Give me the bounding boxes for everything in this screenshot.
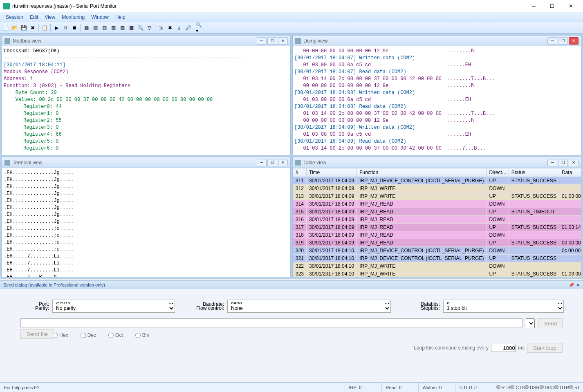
pause-icon[interactable]: ⏸ — [61, 24, 70, 32]
delete-icon[interactable]: ✖ — [166, 24, 174, 32]
terminal-body[interactable]: .EH..............Jg..... .EH............… — [2, 168, 290, 277]
play-icon[interactable]: ▶ — [52, 24, 61, 32]
panel-terminal-header[interactable]: Terminal view ─ ☐ ✕ — [2, 157, 290, 168]
flow-select[interactable]: None — [227, 304, 391, 313]
send-dialog-title[interactable]: Send dialog (available in Professional v… — [0, 281, 583, 289]
panel-close-button[interactable]: ✕ — [569, 37, 579, 45]
table-row[interactable]: 31130/01/2017 18:04:09IRP_MJ_DEVICE_CONT… — [293, 177, 581, 185]
grid1-icon[interactable]: ▦ — [82, 24, 90, 32]
loop-interval-input[interactable] — [491, 344, 516, 352]
start-loop-button[interactable]: Start loop — [527, 343, 563, 353]
new-icon[interactable]: 📄 — [2, 24, 10, 32]
panel-close-button[interactable]: ✕ — [278, 37, 288, 45]
grid6-icon[interactable]: ▩ — [127, 24, 135, 32]
col-status[interactable]: Status — [509, 168, 559, 177]
send-file-button[interactable]: Send file — [20, 329, 54, 339]
find-icon[interactable]: 🔎 — [184, 24, 192, 32]
window-maximize-button[interactable]: ☐ — [543, 0, 561, 12]
workspace: Modbus view ─ ☐ ✕ Checksum: 50637(OK) --… — [0, 34, 583, 279]
window-minimize-button[interactable]: ─ — [525, 0, 543, 12]
panel-terminal: Terminal view ─ ☐ ✕ .EH..............Jg.… — [2, 157, 291, 277]
table-row[interactable]: 31230/01/2017 18:04:09IRP_MJ_WRITEDOWN — [293, 185, 581, 193]
window-close-button[interactable]: ✕ — [561, 0, 580, 12]
table-row[interactable]: 31630/01/2017 18:04:09IRP_MJ_READDOWN — [293, 216, 581, 224]
table-row[interactable]: 31530/01/2017 18:04:09IRP_MJ_READUPSTATU… — [293, 208, 581, 216]
panel-dump-header[interactable]: Dump view ─ ☐ ✕ — [293, 36, 581, 46]
table-body[interactable]: #TimeFunctionDirect...StatusData31130/01… — [293, 168, 581, 277]
table-row[interactable]: 32230/01/2017 18:04:10IRP_MJ_WRITEDOWN — [293, 262, 581, 270]
modbus-body[interactable]: Checksum: 50637(OK) --------------------… — [2, 46, 290, 155]
send-button[interactable]: Send — [538, 318, 563, 328]
panel-minimize-button[interactable]: ─ — [547, 159, 557, 166]
window-title: rtu with responses (master) - Serial Por… — [12, 3, 525, 9]
panel-modbus: Modbus view ─ ☐ ✕ Checksum: 50637(OK) --… — [2, 35, 291, 155]
menu-edit[interactable]: Edit — [27, 13, 42, 21]
panel-table-header[interactable]: Table view ─ ☐ ✕ — [293, 157, 581, 168]
export-icon[interactable]: ⤓ — [175, 24, 183, 32]
pin-icon[interactable]: 📌 — [569, 282, 574, 288]
zoom-dd-icon[interactable]: 🔍▾ — [196, 24, 204, 32]
autoscroll-icon[interactable]: ⇲ — [157, 24, 165, 32]
table-row[interactable]: 31730/01/2017 18:04:09IRP_MJ_READUPSTATU… — [293, 224, 581, 231]
fmt-bin[interactable]: Bin — [135, 332, 149, 338]
copy-icon[interactable]: 📋 — [40, 24, 49, 32]
table-row[interactable]: 32030/01/2017 18:04:10IRP_MJ_DEVICE_CONT… — [293, 247, 581, 255]
zoom-icon[interactable]: 🔍 — [136, 24, 144, 32]
save-icon[interactable]: 💾 — [20, 24, 28, 32]
table-row[interactable]: 32330/01/2017 18:04:10IRP_MJ_WRITEUPSTAT… — [293, 270, 581, 277]
panel-close-button[interactable]: ✕ — [278, 159, 288, 166]
panel-table-title: Table view — [303, 160, 547, 166]
panel-minimize-button[interactable]: ─ — [547, 37, 557, 45]
statusbar: For help press F1 IRP: 0 Read: 0 Written… — [0, 382, 583, 392]
fmt-hex[interactable]: Hex — [52, 332, 68, 338]
table-row[interactable]: 31830/01/2017 18:04:09IRP_MJ_READDOWN — [293, 231, 581, 239]
col-[interactable]: # — [293, 168, 307, 177]
fmt-dec[interactable]: Dec — [81, 332, 96, 338]
menu-help[interactable]: Help — [112, 13, 129, 21]
stop-icon[interactable]: ⏹ — [70, 24, 78, 32]
send-input[interactable] — [20, 318, 522, 327]
grid2-icon[interactable]: ▤ — [91, 24, 99, 32]
panel-minimize-button[interactable]: ─ — [257, 37, 267, 45]
status-irp: IRP: 0 — [345, 383, 382, 392]
fmt-oct[interactable]: Oct — [108, 332, 123, 338]
col-function[interactable]: Function — [357, 168, 487, 177]
close-icon[interactable]: ✖ — [29, 24, 37, 32]
panel-maximize-button[interactable]: ☐ — [558, 159, 568, 166]
grid4-icon[interactable]: ▧ — [109, 24, 117, 32]
open-icon[interactable]: 📂 — [11, 24, 19, 32]
table-row[interactable]: 31930/01/2017 18:04:09IRP_MJ_READUPSTATU… — [293, 239, 581, 247]
table-row[interactable]: 31330/01/2017 18:04:09IRP_MJ_WRITEUPSTAT… — [293, 193, 581, 200]
stop-select[interactable]: 1 stop bit — [443, 304, 564, 313]
parity-select[interactable]: No parity — [52, 304, 175, 313]
flow-label: Flow control: — [195, 305, 224, 311]
table-row[interactable]: 31430/01/2017 18:04:09IRP_MJ_READDOWN — [293, 200, 581, 208]
status-written: Written: 0 — [419, 383, 455, 392]
menu-session[interactable]: Session — [2, 13, 27, 21]
led-dsr: DSR — [525, 385, 539, 390]
send-history-dd[interactable] — [526, 318, 535, 328]
led-ri: RI — [569, 385, 579, 390]
panel-close-button[interactable]: ✕ — [569, 159, 579, 166]
panel-maximize-button[interactable]: ☐ — [267, 37, 277, 45]
status-uuuu: U-U-U-U — [455, 383, 492, 392]
panel-maximize-button[interactable]: ☐ — [558, 37, 568, 45]
grid3-icon[interactable]: ▥ — [100, 24, 108, 32]
col-time[interactable]: Time — [307, 168, 357, 177]
table-icon — [295, 160, 301, 166]
filter-icon[interactable]: ▽ — [145, 24, 153, 32]
col-direct[interactable]: Direct... — [487, 168, 509, 177]
menu-view[interactable]: View — [41, 13, 58, 21]
terminal-icon — [4, 160, 10, 166]
close-icon[interactable]: ✕ — [576, 282, 580, 288]
table-row[interactable]: 32130/01/2017 18:04:10IRP_MJ_DEVICE_CONT… — [293, 255, 581, 262]
grid5-icon[interactable]: ▨ — [118, 24, 126, 32]
menu-monitoring[interactable]: Monitoring — [58, 13, 88, 21]
col-data[interactable]: Data — [559, 168, 581, 177]
panel-modbus-header[interactable]: Modbus view ─ ☐ ✕ — [2, 36, 290, 46]
panel-maximize-button[interactable]: ☐ — [267, 159, 277, 166]
menu-window[interactable]: Window — [88, 13, 112, 21]
window-titlebar: rtu with responses (master) - Serial Por… — [0, 0, 583, 12]
panel-minimize-button[interactable]: ─ — [257, 159, 267, 166]
dump-body[interactable]: 00 00 00 00 00 00 00 00 12 9e ........ħ … — [293, 46, 581, 155]
